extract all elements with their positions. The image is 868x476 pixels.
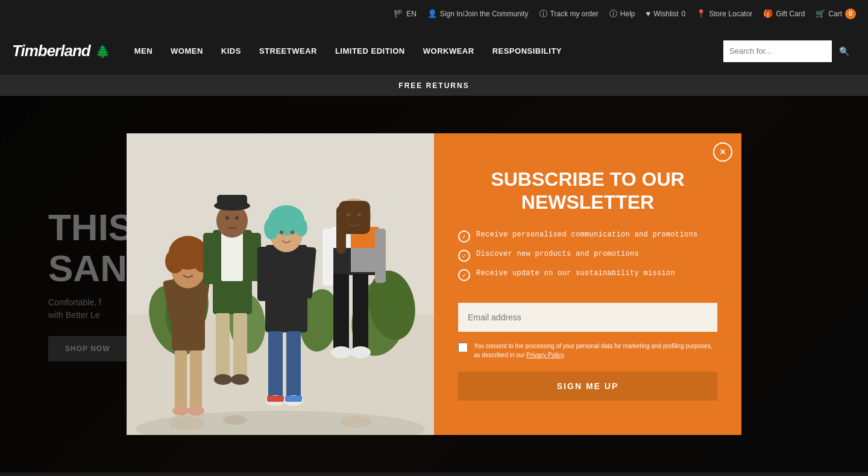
wishlist-link[interactable]: ♥ Wishlist 0 bbox=[646, 9, 686, 18]
svg-point-13 bbox=[187, 406, 204, 416]
svg-rect-37 bbox=[286, 331, 301, 401]
check-icon-2 bbox=[458, 250, 470, 262]
nav-responsibility[interactable]: RESPONSIBILITY bbox=[492, 46, 562, 56]
consent-text: You consent to the processing of your pe… bbox=[474, 341, 717, 360]
logo-text: Timberland bbox=[12, 42, 90, 60]
svg-point-21 bbox=[192, 264, 195, 268]
modal-title-line1: SUBSCRIBE TO OUR bbox=[491, 168, 684, 190]
signin-label: Sign In/Join the Community bbox=[440, 10, 529, 18]
svg-rect-58 bbox=[322, 229, 333, 286]
svg-point-33 bbox=[225, 216, 229, 220]
svg-rect-23 bbox=[221, 233, 243, 281]
check-icon-3 bbox=[458, 269, 470, 281]
nav-links: MEN WOMEN KIDS STREETWEAR LIMITED EDITIO… bbox=[134, 46, 723, 56]
svg-point-65 bbox=[169, 416, 205, 430]
svg-rect-40 bbox=[267, 396, 284, 402]
svg-point-63 bbox=[347, 213, 350, 217]
svg-rect-62 bbox=[336, 206, 346, 254]
svg-rect-32 bbox=[217, 195, 247, 208]
flag-icon: 🏴 bbox=[394, 9, 403, 18]
benefit-item-1: Receive personalised communication and p… bbox=[458, 230, 717, 243]
consent-checkbox[interactable] bbox=[458, 343, 468, 352]
help-link[interactable]: ⓘ Help bbox=[609, 8, 635, 19]
email-input[interactable] bbox=[458, 303, 717, 332]
cart-link[interactable]: 🛒 Cart 0 bbox=[816, 8, 856, 19]
svg-point-26 bbox=[214, 374, 232, 385]
svg-point-49 bbox=[291, 230, 294, 234]
privacy-policy-link[interactable]: Privacy Policy bbox=[526, 352, 564, 358]
benefit-item-2: Discover new products and promotions bbox=[458, 250, 717, 262]
cart-label: Cart bbox=[828, 10, 842, 18]
cart-icon: 🛒 bbox=[816, 9, 825, 18]
svg-point-57 bbox=[350, 346, 371, 358]
svg-rect-54 bbox=[333, 274, 349, 352]
nav-streetwear[interactable]: STREETWEAR bbox=[259, 46, 317, 56]
search-button[interactable]: 🔍 bbox=[832, 40, 856, 62]
track-order-link[interactable]: ⓘ Track my order bbox=[539, 8, 599, 19]
logo[interactable]: Timberland 🌲 bbox=[12, 42, 110, 60]
svg-rect-41 bbox=[285, 396, 302, 402]
nav-workwear[interactable]: WORKWEAR bbox=[423, 46, 474, 56]
benefit-text-1: Receive personalised communication and p… bbox=[476, 230, 698, 239]
svg-rect-42 bbox=[257, 247, 268, 301]
nav-kids[interactable]: KIDS bbox=[221, 46, 241, 56]
logo-tree-icon: 🌲 bbox=[95, 44, 110, 59]
modal-close-button[interactable]: × bbox=[713, 142, 732, 162]
heart-icon: ♥ bbox=[646, 9, 651, 18]
gift-card-link[interactable]: 🎁 Gift Card bbox=[763, 9, 805, 18]
nav-women[interactable]: WOMEN bbox=[171, 46, 203, 56]
benefit-text-2: Discover new products and promotions bbox=[476, 250, 639, 258]
nav-limited-edition[interactable]: LIMITED EDITION bbox=[335, 46, 405, 56]
modal-title: SUBSCRIBE TO OUR NEWSLETTER bbox=[458, 168, 717, 214]
benefit-item-3: Receive update on our sustainability mis… bbox=[458, 269, 717, 281]
main-navigation: Timberland 🌲 MEN WOMEN KIDS STREETWEAR L… bbox=[0, 27, 868, 75]
info-icon: ⓘ bbox=[539, 8, 547, 19]
svg-rect-10 bbox=[175, 351, 187, 411]
svg-rect-59 bbox=[375, 229, 386, 283]
svg-point-47 bbox=[295, 218, 307, 236]
svg-point-27 bbox=[231, 374, 249, 385]
modal-image-panel bbox=[127, 133, 434, 435]
svg-rect-11 bbox=[190, 351, 202, 411]
nav-men[interactable]: MEN bbox=[134, 46, 153, 56]
check-icon-1 bbox=[458, 230, 470, 243]
search-input[interactable] bbox=[723, 46, 832, 56]
store-locator-link[interactable]: 📍 Store Locator bbox=[696, 9, 752, 18]
modal-backdrop[interactable]: × SUBSCRIBE TO OUR NEWSLETTER Receive pe… bbox=[0, 96, 868, 472]
svg-point-48 bbox=[280, 230, 283, 234]
svg-rect-36 bbox=[268, 331, 283, 401]
svg-point-20 bbox=[181, 264, 184, 268]
svg-rect-25 bbox=[233, 313, 247, 379]
language-label: EN bbox=[406, 10, 417, 18]
location-icon: 📍 bbox=[696, 9, 706, 18]
track-order-label: Track my order bbox=[550, 10, 599, 18]
svg-rect-35 bbox=[265, 245, 307, 332]
svg-point-66 bbox=[223, 415, 247, 425]
language-selector[interactable]: 🏴 EN bbox=[394, 9, 417, 18]
user-icon: 👤 bbox=[427, 9, 437, 18]
newsletter-modal: × SUBSCRIBE TO OUR NEWSLETTER Receive pe… bbox=[127, 133, 741, 435]
sign-me-up-button[interactable]: SIGN ME UP bbox=[458, 372, 717, 401]
svg-point-56 bbox=[331, 346, 351, 358]
free-returns-banner: FREE RETURNS bbox=[0, 75, 868, 96]
modal-title-line2: NEWSLETTER bbox=[521, 191, 654, 213]
store-locator-label: Store Locator bbox=[709, 10, 752, 18]
signin-link[interactable]: 👤 Sign In/Join the Community bbox=[427, 9, 529, 18]
svg-point-64 bbox=[357, 213, 361, 217]
modal-content-panel: × SUBSCRIBE TO OUR NEWSLETTER Receive pe… bbox=[434, 133, 741, 435]
wishlist-label: Wishlist bbox=[653, 10, 678, 18]
cart-count: 0 bbox=[845, 8, 856, 19]
svg-point-12 bbox=[172, 406, 189, 416]
people-illustration bbox=[127, 133, 434, 435]
svg-point-67 bbox=[341, 416, 371, 428]
hero-section: THIS J SANDA Comfortable, f with Better … bbox=[0, 96, 868, 472]
modal-image-background bbox=[127, 133, 434, 435]
search-bar: 🔍 bbox=[723, 40, 856, 62]
svg-point-34 bbox=[235, 216, 239, 220]
svg-point-46 bbox=[264, 218, 278, 240]
top-utility-bar: 🏴 EN 👤 Sign In/Join the Community ⓘ Trac… bbox=[0, 0, 868, 27]
help-icon: ⓘ bbox=[609, 8, 617, 19]
svg-rect-55 bbox=[353, 274, 368, 352]
gift-icon: 🎁 bbox=[763, 9, 773, 18]
banner-text: FREE RETURNS bbox=[398, 81, 469, 90]
